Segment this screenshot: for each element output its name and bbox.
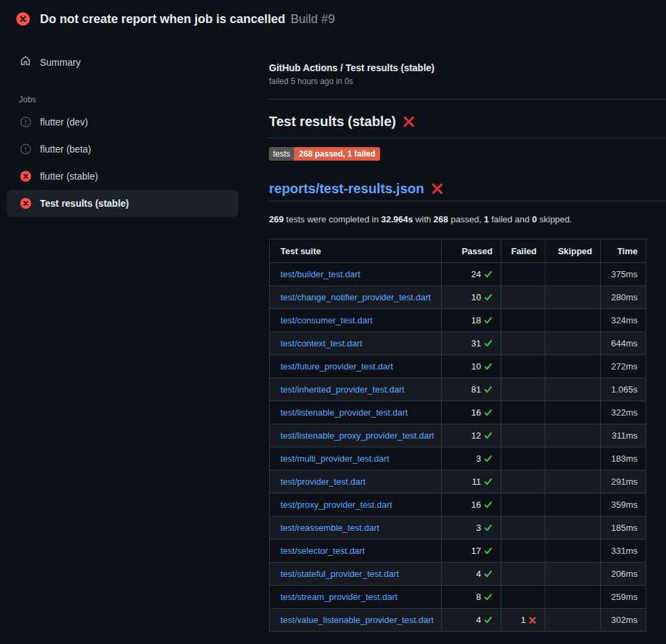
passed-check-icon	[484, 454, 493, 463]
sidebar-job-item[interactable]: Test results (stable)	[7, 190, 238, 217]
skipped-cell	[545, 309, 601, 332]
sidebar: Summary Jobs flutter (dev)flutter (beta)…	[0, 38, 251, 217]
suite-link[interactable]: test/listenable_proxy_provider_test.dart	[280, 430, 434, 441]
suite-cell: test/listenable_provider_test.dart	[270, 401, 442, 424]
x-circle-fill-icon	[20, 198, 31, 209]
skipped-cell	[545, 332, 601, 355]
suite-link[interactable]: test/future_provider_test.dart	[280, 361, 393, 371]
failed-cell	[501, 263, 545, 286]
failed-cell	[501, 494, 545, 517]
time-cell: 375ms	[601, 263, 646, 286]
section-title-text: Test results (stable)	[269, 114, 396, 129]
suite-link[interactable]: test/stream_provider_test.dart	[280, 592, 398, 602]
time-cell: 311ms	[601, 424, 646, 447]
divider	[269, 201, 666, 201]
skipped-cell	[545, 494, 601, 517]
suite-cell: test/reassemble_test.dart	[270, 517, 442, 540]
suite-link[interactable]: test/consumer_test.dart	[280, 315, 373, 325]
suite-link[interactable]: test/inherited_provider_test.dart	[280, 384, 404, 395]
tests-badge: tests 268 passed, 1 failed	[269, 147, 380, 161]
passed-check-icon	[484, 339, 493, 348]
sidebar-job-item[interactable]: flutter (dev)	[7, 108, 238, 136]
skipped-cell	[545, 563, 601, 586]
suite-cell: test/context_test.dart	[270, 332, 442, 355]
passed-cell: 11	[442, 470, 501, 494]
time-cell: 272ms	[601, 355, 646, 378]
skipped-cell	[545, 424, 601, 447]
suite-cell: test/stateful_provider_test.dart	[270, 563, 442, 586]
passed-cell: 12	[442, 424, 501, 447]
col-header-time: Time	[601, 239, 646, 263]
breadcrumb: GitHub Actions / Test results (stable)	[269, 62, 434, 73]
github-check-run-page: { "colors": { "background": "#0d1117", "…	[0, 0, 666, 644]
summary-fragment: skipped.	[537, 214, 572, 224]
passed-check-icon	[484, 431, 493, 440]
failed-cell	[501, 447, 545, 470]
failed-cell	[501, 517, 545, 540]
sidebar-job-item[interactable]: flutter (beta)	[7, 136, 238, 163]
cross-mark-icon	[402, 115, 415, 128]
suite-link[interactable]: test/context_test.dart	[280, 338, 362, 348]
passed-cell: 16	[442, 401, 501, 424]
passed-check-icon	[484, 477, 493, 486]
table-row: test/value_listenable_provider_test.dart…	[270, 609, 646, 632]
passed-check-icon	[484, 523, 493, 532]
suite-cell: test/proxy_provider_test.dart	[270, 494, 442, 517]
table-row: test/consumer_test.dart18324ms	[270, 309, 646, 332]
passed-cell: 10	[442, 355, 501, 378]
time-cell: 1.065s	[601, 378, 646, 401]
time-cell: 302ms	[601, 609, 646, 632]
suite-link[interactable]: test/builder_test.dart	[280, 269, 360, 279]
skipped-cell	[545, 540, 601, 563]
failed-cell	[501, 378, 545, 401]
summary-fragment: failed and	[489, 214, 533, 224]
cancelled-stop-icon	[20, 144, 31, 155]
report-link[interactable]: reports/test-results.json	[269, 181, 444, 197]
suite-link[interactable]: test/provider_test.dart	[280, 477, 366, 487]
table-row: test/inherited_provider_test.dart811.065…	[270, 378, 646, 401]
failed-status-icon	[16, 12, 30, 26]
skipped-cell	[545, 401, 601, 424]
sidebar-job-item[interactable]: flutter (stable)	[7, 163, 238, 190]
suite-cell: test/inherited_provider_test.dart	[270, 378, 442, 401]
suite-link[interactable]: test/reassemble_test.dart	[280, 523, 379, 533]
job-list: flutter (dev)flutter (beta)flutter (stab…	[0, 108, 251, 217]
test-results-table: Test suite Passed Failed Skipped Time te…	[269, 239, 646, 632]
suite-link[interactable]: test/selector_test.dart	[280, 546, 365, 556]
passed-cell: 81	[442, 378, 501, 401]
suite-link[interactable]: test/listenable_provider_test.dart	[280, 407, 408, 418]
time-cell: 183ms	[601, 447, 646, 470]
failed-cell	[501, 355, 545, 378]
passed-check-icon	[484, 385, 493, 394]
failed-cell: 1	[501, 609, 545, 632]
passed-cell: 18	[442, 309, 501, 332]
time-cell: 644ms	[601, 332, 646, 355]
badge-value: 268 passed, 1 failed	[294, 147, 380, 161]
cancelled-stop-icon	[20, 117, 31, 127]
summary-fragment: with	[413, 214, 434, 224]
suite-link[interactable]: test/proxy_provider_test.dart	[280, 500, 392, 510]
time-cell: 185ms	[601, 517, 646, 540]
suite-link[interactable]: test/multi_provider_test.dart	[280, 454, 389, 464]
table-row: test/multi_provider_test.dart3183ms	[270, 447, 646, 470]
passed-cell: 4	[442, 609, 501, 632]
time-cell: 331ms	[601, 540, 646, 563]
failed-x-icon	[528, 616, 537, 624]
passed-cell: 16	[442, 494, 501, 517]
col-header-skipped: Skipped	[545, 239, 601, 263]
failed-cell	[501, 332, 545, 355]
col-header-failed: Failed	[501, 239, 545, 263]
time-cell: 280ms	[601, 286, 646, 309]
suite-link[interactable]: test/change_notifier_provider_test.dart	[280, 292, 431, 302]
suite-cell: test/change_notifier_provider_test.dart	[270, 286, 442, 309]
section-title: Test results (stable)	[269, 114, 415, 129]
skipped-cell	[545, 470, 601, 494]
suite-cell: test/stream_provider_test.dart	[270, 586, 442, 609]
home-icon	[20, 55, 31, 69]
suite-cell: test/selector_test.dart	[270, 540, 442, 563]
time-cell: 324ms	[601, 309, 646, 332]
passed-cell: 31	[442, 332, 501, 355]
sidebar-item-summary[interactable]: Summary	[0, 49, 251, 75]
suite-link[interactable]: test/value_listenable_provider_test.dart	[280, 615, 434, 625]
suite-link[interactable]: test/stateful_provider_test.dart	[280, 569, 399, 579]
